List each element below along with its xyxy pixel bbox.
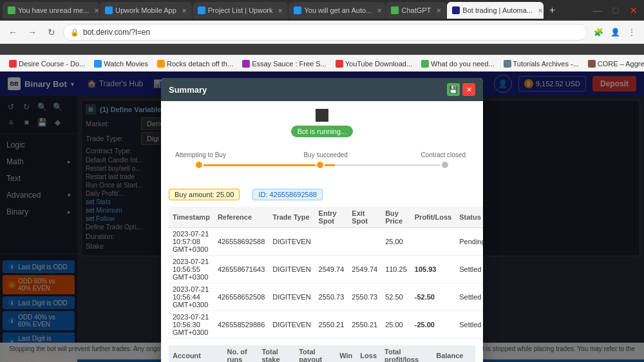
bookmark-icon-7 bbox=[504, 60, 511, 68]
modal-body: Bot is running... Attempting to Buy Buy … bbox=[161, 101, 483, 362]
bookmark-6[interactable]: What do you need... bbox=[417, 59, 498, 69]
th-reference: Reference bbox=[214, 207, 269, 228]
th-exit-spot: Exit Spot bbox=[348, 207, 381, 228]
bot-status-badge: Bot is running... bbox=[291, 126, 353, 137]
td-entry-1: 2549.74 bbox=[315, 256, 348, 283]
close-tab-3[interactable]: ✕ bbox=[278, 7, 283, 14]
close-tab-5[interactable]: ✕ bbox=[436, 7, 441, 14]
bookmark-label-4: Essay Sauce : Free S... bbox=[252, 60, 327, 68]
nav-bar: ← → ↻ 🔒 bot.deriv.com/?l=en 🧩 👤 ⋮ bbox=[0, 21, 644, 44]
tab-favicon-4 bbox=[294, 6, 301, 14]
sh-win: Win bbox=[336, 345, 356, 362]
bookmark-label-3: Rocks detach off th... bbox=[167, 60, 233, 68]
td-buy-price-0: 25.00 bbox=[381, 228, 411, 256]
td-entry-2: 2550.73 bbox=[315, 283, 348, 311]
bookmark-icon-4 bbox=[242, 60, 250, 68]
td-status-2: Settled bbox=[455, 283, 483, 311]
tab-label-6: Bot trading | Automa... bbox=[462, 6, 533, 14]
td-buy-price-3: 25.00 bbox=[381, 311, 411, 339]
tab-bar: You have unread me... ✕ Upwork Mobile Ap… bbox=[0, 0, 644, 21]
td-profit-2: -52.50 bbox=[411, 283, 455, 311]
menu-button[interactable]: ⋮ bbox=[625, 25, 639, 39]
tab-1[interactable]: You have unread me... ✕ bbox=[3, 2, 99, 19]
td-profit-3: -25.00 bbox=[411, 311, 455, 339]
td-timestamp-0: 2023-07-21 10:57:08 GMT+0300 bbox=[169, 228, 214, 256]
tab-5[interactable]: ChatGPT ✕ bbox=[386, 2, 446, 19]
app-area: BB Binary Bot ▾ 🏠 Trader's Hub 📊 Report … bbox=[0, 71, 644, 362]
address-bar[interactable]: 🔒 bot.deriv.com/?l=en bbox=[63, 24, 587, 41]
extensions-button[interactable]: 🧩 bbox=[591, 25, 605, 39]
modal-close-button[interactable]: ✕ bbox=[462, 83, 475, 96]
progress-dot-2 bbox=[316, 160, 325, 169]
reload-button[interactable]: ↻ bbox=[44, 24, 59, 40]
sh-total-payout: Total payout bbox=[295, 345, 336, 362]
bookmark-label-8: CORE – Aggregatin... bbox=[598, 60, 644, 68]
nav-icons: 🧩 👤 ⋮ bbox=[591, 25, 639, 39]
bookmark-1[interactable]: Desire Course - Do... bbox=[5, 59, 89, 69]
td-status-1: Settled bbox=[455, 256, 483, 283]
buy-amount-badge: Buy amount: 25.00 bbox=[169, 189, 240, 200]
td-timestamp-2: 2023-07-21 10:56:44 GMT+0300 bbox=[169, 283, 214, 311]
bookmark-7[interactable]: Tutorials Archives -... bbox=[500, 59, 583, 69]
td-timestamp-1: 2023-07-21 10:56:55 GMT+0300 bbox=[169, 256, 214, 283]
id-badge: ID: 426558692588 bbox=[252, 189, 323, 200]
sh-runs: No. of runs bbox=[223, 345, 258, 362]
tab-6[interactable]: Bot trading | Automa... ✕ bbox=[447, 2, 544, 19]
restore-window-button[interactable]: □ bbox=[608, 3, 623, 18]
tab-favicon-2 bbox=[105, 6, 113, 14]
lock-icon: 🔒 bbox=[70, 28, 79, 37]
tab-3[interactable]: Project List | Upwork ✕ bbox=[193, 2, 289, 19]
bookmark-3[interactable]: Rocks detach off th... bbox=[153, 59, 237, 69]
bot-status-area: Bot is running... bbox=[169, 109, 475, 142]
address-text: bot.deriv.com/?l=en bbox=[83, 28, 150, 37]
progress-label-1: Attempting to Buy bbox=[175, 151, 226, 158]
minimize-window-button[interactable]: — bbox=[590, 3, 605, 18]
close-tab-6[interactable]: ✕ bbox=[538, 7, 543, 14]
tab-4[interactable]: You will get an Auto... ✕ bbox=[289, 2, 385, 19]
close-tab-1[interactable]: ✕ bbox=[94, 7, 99, 14]
table-row: 2023-07-21 10:57:08 GMT+0300 42655869258… bbox=[169, 228, 483, 256]
bookmark-4[interactable]: Essay Sauce : Free S... bbox=[238, 59, 330, 69]
td-buy-price-2: 52.50 bbox=[381, 283, 411, 311]
sh-account: Account bbox=[169, 345, 223, 362]
close-tab-4[interactable]: ✕ bbox=[377, 7, 382, 14]
table-row: 2023-07-21 10:56:44 GMT+0300 42655865250… bbox=[169, 283, 483, 311]
tab-favicon-1 bbox=[8, 6, 15, 14]
td-reference-1: 426558671643 bbox=[214, 256, 269, 283]
th-profit-loss: Profit/Loss bbox=[411, 207, 455, 228]
table-header-row: Timestamp Reference Trade Type Entry Spo… bbox=[169, 207, 483, 228]
td-exit-3: 2550.21 bbox=[348, 311, 381, 339]
bookmark-label-2: Watch Movies bbox=[104, 60, 148, 68]
td-entry-0 bbox=[315, 228, 348, 256]
modal-header-buttons: 💾 ✕ bbox=[447, 83, 475, 96]
summary-modal: Summary 💾 ✕ Bot is running... bbox=[161, 78, 483, 362]
bookmark-label-7: Tutorials Archives -... bbox=[513, 60, 579, 68]
tab-2[interactable]: Upwork Mobile App ✕ bbox=[100, 2, 192, 19]
sh-total-stake: Total stake bbox=[258, 345, 295, 362]
bookmark-icon-2 bbox=[94, 60, 102, 68]
close-window-button[interactable]: ✕ bbox=[626, 3, 641, 18]
bookmark-8[interactable]: CORE – Aggregatin... bbox=[584, 59, 644, 69]
bookmark-icon-5 bbox=[336, 60, 343, 68]
stats-header-row: Account No. of runs Total stake Total pa… bbox=[169, 345, 475, 362]
summary-table: Timestamp Reference Trade Type Entry Spo… bbox=[169, 207, 483, 339]
td-trade-type-1: DIGITEVEN bbox=[269, 256, 314, 283]
th-trade-type: Trade Type bbox=[269, 207, 314, 228]
td-timestamp-3: 2023-07-21 10:56:30 GMT+0300 bbox=[169, 311, 214, 339]
td-profit-1: 105.93 bbox=[411, 256, 455, 283]
modal-save-button[interactable]: 💾 bbox=[447, 83, 460, 96]
table-row: 2023-07-21 10:56:55 GMT+0300 42655867164… bbox=[169, 256, 483, 283]
sh-balance: Balance bbox=[432, 345, 475, 362]
td-status-0: Pending bbox=[455, 228, 483, 256]
new-tab-button[interactable]: + bbox=[544, 3, 560, 18]
close-tab-2[interactable]: ✕ bbox=[182, 7, 187, 14]
progress-label-2: Buy succeeded bbox=[303, 151, 347, 158]
bookmark-2[interactable]: Watch Movies bbox=[90, 59, 152, 69]
table-row: 2023-07-21 10:56:30 GMT+0300 42655852988… bbox=[169, 311, 483, 339]
td-exit-1: 2549.74 bbox=[348, 256, 381, 283]
profile-button[interactable]: 👤 bbox=[608, 25, 622, 39]
forward-button[interactable]: → bbox=[24, 24, 40, 40]
back-button[interactable]: ← bbox=[5, 24, 21, 40]
bookmark-5[interactable]: YouTube Download... bbox=[332, 59, 416, 69]
td-trade-type-2: DIGITEVEN bbox=[269, 283, 314, 311]
